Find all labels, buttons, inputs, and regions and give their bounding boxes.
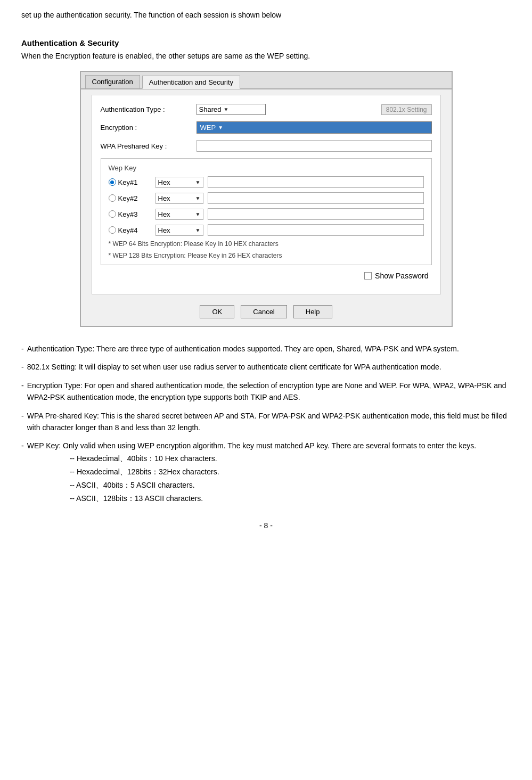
note-content-3: WPA Pre-shared Key: This is the shared s… — [27, 410, 511, 434]
key4-arrow-icon: ▼ — [195, 227, 201, 233]
note-dash-0: - — [21, 343, 24, 355]
note-item-3: - WPA Pre-shared Key: This is the shared… — [21, 410, 511, 434]
hex-note-3: -- ASCII、128bits：13 ASCII characters. — [70, 492, 511, 505]
note-item-2: - Encryption Type: For open and shared a… — [21, 380, 511, 404]
key1-arrow-icon: ▼ — [195, 179, 201, 185]
note-content-4: WEP Key: Only valid when using WEP encry… — [27, 440, 511, 505]
key2-format-select[interactable]: Hex ▼ — [155, 193, 203, 204]
wpa-key-label: WPA Preshared Key : — [101, 142, 197, 150]
key1-format-select[interactable]: Hex ▼ — [155, 177, 203, 188]
key1-radio-dot — [110, 180, 114, 184]
auth-type-controls: Shared ▼ 802.1x Setting — [197, 104, 432, 115]
hex-note-2: -- ASCII、40bits：5 ASCII characters. — [70, 479, 511, 492]
btn-802-setting[interactable]: 802.1x Setting — [381, 104, 432, 115]
auth-type-row: Authentication Type : Shared ▼ 802.1x Se… — [101, 104, 432, 115]
dialog-tabs: Configuration Authentication and Securit… — [81, 72, 452, 89]
wep-key-group: Wep Key Key#1 Hex ▼ — [101, 158, 432, 265]
key3-label: Key#3 — [118, 210, 138, 218]
key1-radio-label[interactable]: Key#1 — [109, 178, 151, 186]
note-item-4: - WEP Key: Only valid when using WEP enc… — [21, 440, 511, 505]
key1-hex-label: Hex — [158, 178, 170, 186]
key4-label: Key#4 — [118, 226, 138, 234]
note-dash-4: - — [21, 440, 24, 505]
tab-configuration[interactable]: Configuration — [85, 75, 140, 88]
section-description: When the Encryption feature is enabled, … — [21, 52, 511, 60]
dialog-container: Configuration Authentication and Securit… — [21, 71, 511, 327]
note-dash-1: - — [21, 361, 24, 373]
key1-row: Key#1 Hex ▼ — [109, 176, 424, 188]
help-button[interactable]: Help — [293, 305, 332, 318]
section-title: Authentication & Security — [21, 38, 511, 47]
wep-group-title: Wep Key — [109, 164, 424, 172]
note-text-4: WEP Key: Only valid when using WEP encry… — [27, 441, 477, 450]
key1-input[interactable] — [208, 176, 424, 188]
wpa-key-input[interactable] — [197, 140, 432, 152]
dialog-footer: OK Cancel Help — [81, 300, 452, 326]
encryption-label: Encryption : — [101, 124, 197, 132]
page-footer: - 8 - — [21, 521, 511, 530]
show-password-label: Show Password — [375, 272, 428, 280]
key2-arrow-icon: ▼ — [195, 195, 201, 201]
dialog-window: Configuration Authentication and Securit… — [80, 71, 453, 327]
intro-text: set up the authentication security. The … — [21, 11, 511, 19]
key2-label: Key#2 — [118, 194, 138, 202]
show-password-checkbox[interactable] — [364, 272, 372, 280]
key2-hex-label: Hex — [158, 194, 170, 202]
note-dash-2: - — [21, 380, 24, 404]
auth-type-value: Shared — [199, 105, 222, 113]
cancel-button[interactable]: Cancel — [241, 305, 287, 318]
key3-hex-label: Hex — [158, 210, 170, 218]
auth-type-label: Authentication Type : — [101, 105, 197, 113]
note-content-2: Encryption Type: For open and shared aut… — [27, 380, 511, 404]
encryption-value: WEP — [200, 124, 216, 132]
hex-notes: -- Hexadecimal、40bits：10 Hex characters.… — [70, 452, 511, 506]
tab-auth-security[interactable]: Authentication and Security — [142, 76, 240, 89]
key4-row: Key#4 Hex ▼ — [109, 224, 424, 236]
encryption-select[interactable]: WEP ▼ — [197, 121, 432, 134]
key4-hex-label: Hex — [158, 226, 170, 234]
ok-button[interactable]: OK — [200, 305, 234, 318]
key4-input[interactable] — [208, 224, 424, 236]
encryption-arrow-icon: ▼ — [218, 125, 223, 130]
key3-radio-icon[interactable] — [109, 210, 116, 218]
encryption-controls: WEP ▼ — [197, 121, 432, 134]
wep-note2: * WEP 128 Bits Encryption: Please Key in… — [109, 252, 424, 259]
key4-format-select[interactable]: Hex ▼ — [155, 225, 203, 236]
note-content-0: Authentication Type: There are three typ… — [27, 343, 511, 355]
key2-radio-label[interactable]: Key#2 — [109, 194, 151, 202]
hex-note-0: -- Hexadecimal、40bits：10 Hex characters. — [70, 452, 511, 465]
hex-note-1: -- Hexadecimal、128bits：32Hex characters. — [70, 465, 511, 479]
key3-arrow-icon: ▼ — [195, 211, 201, 217]
note-content-1: 802.1x Setting: It will display to set w… — [27, 361, 511, 373]
show-password-row: Show Password — [101, 272, 432, 280]
key1-label: Key#1 — [118, 178, 138, 186]
key3-input[interactable] — [208, 208, 424, 220]
key2-input[interactable] — [208, 192, 424, 204]
note-dash-3: - — [21, 410, 24, 434]
wpa-key-row: WPA Preshared Key : — [101, 140, 432, 152]
auth-type-arrow-icon: ▼ — [223, 106, 228, 112]
key4-radio-label[interactable]: Key#4 — [109, 226, 151, 234]
key3-radio-label[interactable]: Key#3 — [109, 210, 151, 218]
wep-note1: * WEP 64 Bits Encryption: Please Key in … — [109, 240, 424, 248]
key2-radio-icon[interactable] — [109, 194, 116, 202]
note-item-0: - Authentication Type: There are three t… — [21, 343, 511, 355]
key3-row: Key#3 Hex ▼ — [109, 208, 424, 220]
key1-radio-icon[interactable] — [109, 178, 116, 186]
key3-format-select[interactable]: Hex ▼ — [155, 209, 203, 220]
note-item-1: - 802.1x Setting: It will display to set… — [21, 361, 511, 373]
key4-radio-icon[interactable] — [109, 226, 116, 234]
notes-section: - Authentication Type: There are three t… — [21, 343, 511, 505]
key2-row: Key#2 Hex ▼ — [109, 192, 424, 204]
dialog-body: Authentication Type : Shared ▼ 802.1x Se… — [92, 95, 441, 294]
wpa-key-controls — [197, 140, 432, 152]
auth-type-select[interactable]: Shared ▼ — [197, 104, 266, 115]
encryption-row: Encryption : WEP ▼ — [101, 121, 432, 134]
